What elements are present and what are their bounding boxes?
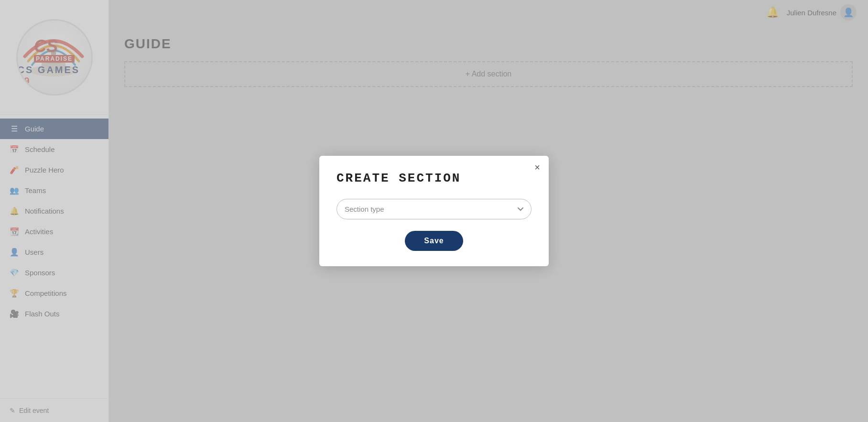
modal-title: CREATE SECTION [336,171,532,185]
save-button[interactable]: Save [405,231,463,251]
modal-close-button[interactable]: × [534,162,540,172]
create-section-modal: × CREATE SECTION Section type Save [319,156,549,266]
modal-overlay[interactable]: × CREATE SECTION Section type Save [0,0,868,422]
section-type-select[interactable]: Section type [336,199,532,219]
